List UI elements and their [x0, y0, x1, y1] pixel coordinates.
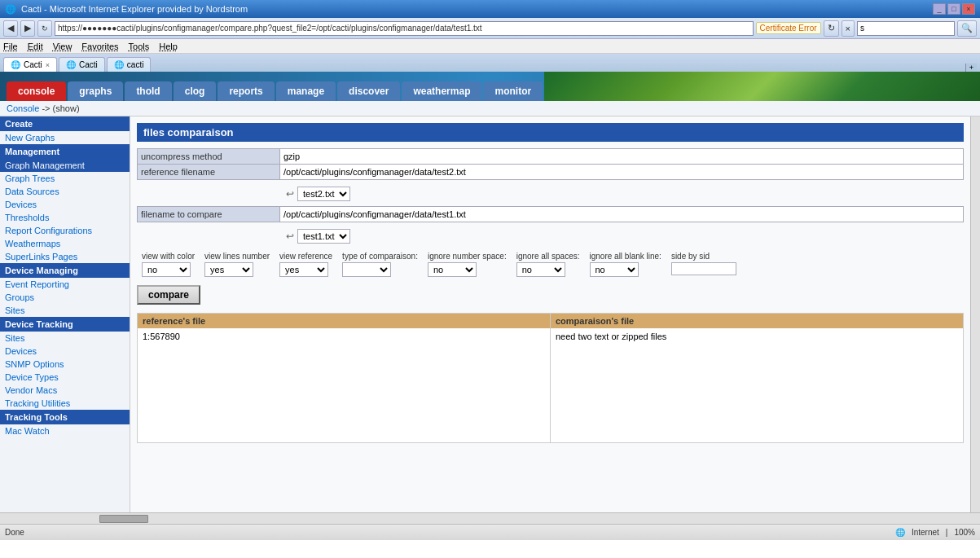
sidebar-devices-dt[interactable]: Devices	[0, 345, 130, 358]
app-tab-console[interactable]: console	[7, 81, 66, 101]
app-tab-thold[interactable]: thold	[125, 81, 171, 101]
cert-error-badge[interactable]: Certificate Error	[756, 22, 821, 34]
search-input[interactable]	[857, 21, 955, 36]
option-ignore-blank: ignore all blank line: no yes	[585, 250, 666, 279]
view-color-label: view with color	[142, 252, 195, 261]
sidebar-sites-dt[interactable]: Sites	[0, 332, 130, 345]
menu-file[interactable]: File	[3, 42, 18, 51]
ignore-num-select[interactable]: no yes	[428, 262, 477, 277]
search-button[interactable]: 🔍	[957, 20, 977, 37]
reference-file-icon: ↩	[286, 188, 294, 200]
h-scrollbar-thumb[interactable]	[99, 515, 148, 523]
option-view-color: view with color no yes	[137, 250, 200, 279]
sidebar-weathermaps[interactable]: Weathermaps	[0, 237, 130, 250]
vertical-scrollbar[interactable]	[970, 116, 980, 512]
go-back-refresh[interactable]: ↻	[824, 20, 839, 37]
browser-toolbar: ◀ ▶ ↻ × Certificate Error ↻ × 🔍	[0, 18, 980, 39]
browser-menubar: File Edit View Favorites Tools Help	[0, 39, 980, 54]
maximize-button[interactable]: □	[947, 3, 960, 15]
sidebar-management-header: Management	[0, 144, 130, 159]
compare-value	[280, 207, 964, 222]
menu-tools[interactable]: Tools	[129, 42, 150, 51]
sidebar-graph-management[interactable]: Graph Management	[0, 159, 130, 172]
reference-content: 1:567890	[143, 332, 180, 341]
refresh-button[interactable]: ↻	[37, 20, 52, 37]
options-row: view with color no yes view lines number…	[137, 250, 964, 279]
horizontal-scrollbar[interactable]	[0, 512, 980, 524]
sidebar-new-graphs[interactable]: New Graphs	[0, 131, 130, 144]
status-bar: Done 🌐 Internet | 100%	[0, 524, 980, 540]
compare-input[interactable]	[283, 209, 960, 219]
menu-help[interactable]: Help	[159, 42, 178, 51]
status-text: Done	[5, 528, 24, 537]
app-tab-weathermap[interactable]: weathermap	[402, 81, 481, 101]
view-reference-label: view reference	[279, 252, 332, 261]
app-tab-manage[interactable]: manage	[276, 81, 336, 101]
uncompress-input[interactable]	[283, 152, 960, 161]
menu-edit[interactable]: Edit	[28, 42, 43, 51]
sidebar-devices[interactable]: Devices	[0, 198, 130, 211]
stop-nav-button[interactable]: ×	[842, 20, 855, 37]
option-type-comparaison: type of comparaison:	[337, 250, 423, 279]
tab-label-1: Cacti	[79, 60, 98, 69]
compare-button[interactable]: compare	[137, 285, 200, 305]
reference-value	[280, 165, 964, 180]
ignore-blank-select[interactable]: no yes	[590, 262, 639, 277]
close-button[interactable]: ×	[962, 3, 975, 15]
new-tab-button[interactable]: +	[965, 64, 977, 72]
sidebar-tracking-utilities[interactable]: Tracking Utilities	[0, 397, 130, 410]
minimize-button[interactable]: _	[933, 3, 946, 15]
sidebar-graph-trees[interactable]: Graph Trees	[0, 172, 130, 185]
sidebar-event-reporting[interactable]: Event Reporting	[0, 278, 130, 291]
view-color-select[interactable]: no yes	[142, 262, 191, 277]
view-reference-select[interactable]: yes no	[279, 262, 328, 277]
sidebar-device-tracking-header: Device Tracking	[0, 317, 130, 332]
sidebar-mac-watch[interactable]: Mac Watch	[0, 424, 130, 437]
page-title: files comparaison	[137, 123, 964, 142]
side-by-side-input[interactable]	[671, 262, 736, 275]
address-bar[interactable]	[55, 21, 754, 36]
sidebar-thresholds[interactable]: Thresholds	[0, 211, 130, 224]
type-select[interactable]	[342, 262, 391, 277]
reference-panel-header: reference's file	[138, 314, 550, 328]
compare-form-table: filename to compare	[137, 206, 964, 222]
sidebar-device-types[interactable]: Device Types	[0, 371, 130, 384]
menu-favorites[interactable]: Favorites	[81, 42, 118, 51]
sidebar-data-sources[interactable]: Data Sources	[0, 185, 130, 198]
compare-file-icon: ↩	[286, 231, 294, 242]
compare-file-select[interactable]: test1.txt	[297, 229, 350, 244]
tab-close-0[interactable]: ×	[46, 61, 50, 69]
menu-view[interactable]: View	[53, 42, 73, 51]
app-tab-monitor[interactable]: monitor	[483, 81, 543, 101]
side-by-side-label: side by sid	[671, 252, 736, 261]
reference-input[interactable]	[283, 167, 960, 177]
compare-panels: reference's file 1:567890 comparaison's …	[137, 313, 964, 443]
app-tab-graphs[interactable]: graphs	[68, 81, 123, 101]
breadcrumb-console[interactable]: Console	[7, 103, 39, 113]
browser-tab-1[interactable]: 🌐 Cacti	[59, 57, 105, 72]
window-controls[interactable]: _ □ ×	[933, 3, 975, 15]
sidebar-groups[interactable]: Groups	[0, 291, 130, 304]
internet-icon: 🌐	[895, 528, 905, 537]
app-tab-discover[interactable]: discover	[337, 81, 400, 101]
browser-tab-2[interactable]: 🌐 cacti	[107, 57, 152, 72]
option-side-by-side: side by sid	[666, 250, 741, 277]
browser-tab-0[interactable]: 🌐 Cacti ×	[3, 57, 57, 72]
ignore-all-select[interactable]: no yes	[516, 262, 565, 277]
forward-button[interactable]: ▶	[20, 20, 35, 37]
reference-file-row: ↩ test2.txt	[137, 185, 964, 203]
sidebar-sites-dm[interactable]: Sites	[0, 304, 130, 317]
ignore-all-label: ignore all spaces:	[516, 252, 580, 261]
app-tab-clog[interactable]: clog	[174, 81, 217, 101]
sidebar-snmp-options[interactable]: SNMP Options	[0, 358, 130, 371]
sidebar-report-config[interactable]: Report Configurations	[0, 224, 130, 237]
reference-file-select[interactable]: test2.txt	[297, 187, 350, 201]
sidebar-superlinks[interactable]: SuperLinks Pages	[0, 250, 130, 263]
ignore-blank-label: ignore all blank line:	[590, 252, 661, 261]
tab-icon-0: 🌐	[11, 60, 20, 69]
option-ignore-all: ignore all spaces: no yes	[512, 250, 585, 279]
app-tab-reports[interactable]: reports	[218, 81, 274, 101]
view-lines-select[interactable]: yes no	[204, 262, 253, 277]
back-button[interactable]: ◀	[3, 20, 18, 37]
sidebar-vendor-macs[interactable]: Vendor Macs	[0, 384, 130, 397]
